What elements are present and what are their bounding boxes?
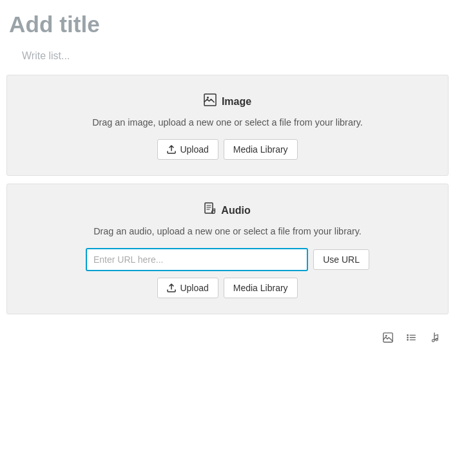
use-url-button[interactable]: Use URL [313, 249, 369, 270]
page-wrapper: Add title Write list... Image Drag an im… [0, 0, 455, 366]
toolbar-audio-button[interactable] [424, 328, 445, 347]
bottom-toolbar [0, 322, 455, 353]
audio-block-actions: Upload Media Library [157, 278, 297, 298]
audio-upload-button[interactable]: Upload [157, 278, 218, 298]
svg-point-10 [407, 339, 409, 341]
image-block: Image Drag an image, upload a new one or… [6, 75, 449, 176]
svg-point-5 [385, 335, 387, 337]
url-input[interactable] [86, 248, 308, 271]
image-block-header: Image [204, 93, 251, 109]
list-area: Write list... [0, 48, 455, 75]
svg-point-8 [407, 337, 409, 339]
image-media-library-button[interactable]: Media Library [224, 139, 298, 160]
toolbar-audio-icon [429, 332, 440, 343]
list-placeholder: Write list... [22, 50, 70, 61]
audio-block-title: Audio [221, 205, 250, 216]
svg-point-13 [436, 338, 438, 341]
svg-point-6 [407, 334, 409, 336]
toolbar-list-button[interactable] [401, 328, 421, 347]
audio-block-icon [204, 202, 216, 218]
toolbar-image-icon [382, 332, 394, 343]
svg-point-1 [207, 97, 209, 99]
toolbar-image-button[interactable] [378, 328, 398, 347]
upload-icon [167, 283, 176, 292]
url-row: Use URL [86, 248, 369, 271]
image-block-title: Image [222, 96, 251, 108]
audio-block-header: Audio [204, 202, 250, 218]
svg-rect-4 [383, 333, 392, 342]
image-block-icon [204, 93, 217, 109]
image-block-description: Drag an image, upload a new one or selec… [92, 117, 363, 128]
svg-point-12 [432, 339, 434, 342]
page-title[interactable]: Add title [0, 6, 455, 48]
audio-block: Audio Drag an audio, upload a new one or… [6, 184, 449, 314]
image-upload-button[interactable]: Upload [157, 139, 218, 160]
audio-media-library-button[interactable]: Media Library [224, 278, 298, 298]
toolbar-list-icon [405, 332, 417, 343]
upload-icon [167, 145, 176, 154]
image-block-actions: Upload Media Library [157, 139, 297, 160]
audio-block-description: Drag an audio, upload a new one or selec… [93, 226, 362, 236]
